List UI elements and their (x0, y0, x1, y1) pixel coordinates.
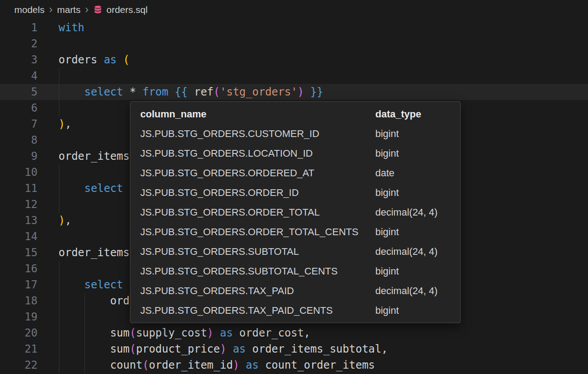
code-text: order_items (38, 245, 130, 261)
code-line-21[interactable]: 21 sum(product_price) as order_items_sub… (0, 341, 588, 357)
line-number: 20 (0, 325, 38, 341)
code-text (38, 68, 59, 84)
data-type-cell: bigint (375, 148, 450, 159)
data-type-cell: bigint (375, 187, 450, 199)
code-token (59, 278, 84, 291)
code-text: select (38, 277, 123, 293)
code-token: select (84, 278, 123, 291)
data-type-cell: bigint (375, 305, 450, 316)
table-row: JS.PUB.STG_ORDERS.TAX_PAID_CENTSbigint (130, 301, 460, 320)
code-line-22[interactable]: 22 count(order_item_id) as count_order_i… (0, 357, 588, 373)
code-text (38, 196, 59, 212)
code-line-2[interactable]: 2 (0, 36, 588, 52)
code-token: }} (311, 86, 323, 98)
code-line-3[interactable]: 3orders as ( (0, 52, 588, 68)
code-line-1[interactable]: 1with (0, 20, 588, 36)
data-type-cell: bigint (375, 128, 450, 140)
table-row: JS.PUB.STG_ORDERS.SUBTOTAL_CENTSbigint (130, 262, 460, 281)
column-info-popup: column_name data_type JS.PUB.STG_ORDERS.… (130, 101, 461, 323)
line-number: 8 (0, 132, 38, 148)
code-text (38, 100, 59, 116)
code-token: ) (207, 327, 213, 339)
data-type-cell: decimal(24, 4) (375, 285, 450, 297)
code-token: ( (143, 359, 149, 371)
code-token: ( (130, 327, 136, 339)
code-token: as (104, 54, 117, 66)
code-token: as (233, 343, 246, 355)
code-token (214, 327, 220, 339)
column-name-cell: JS.PUB.STG_ORDERS.TAX_PAID_CENTS (140, 305, 375, 316)
code-token: ) (220, 343, 226, 355)
code-token: 'stg_orders' (220, 86, 297, 98)
column-name-cell: JS.PUB.STG_ORDERS.SUBTOTAL (140, 246, 375, 258)
breadcrumb-item-marts[interactable]: marts (57, 4, 81, 15)
breadcrumb-separator: › (49, 4, 53, 15)
code-token (59, 182, 84, 195)
popup-rows: JS.PUB.STG_ORDERS.CUSTOMER_IDbigintJS.PU… (130, 124, 460, 320)
breadcrumb: models›marts› orders.sql (0, 0, 588, 20)
code-token: sum (59, 343, 130, 355)
line-number: 16 (0, 261, 38, 277)
table-row: JS.PUB.STG_ORDERS.TAX_PAIDdecimal(24, 4) (130, 281, 460, 301)
line-number: 6 (0, 100, 38, 116)
column-name-cell: JS.PUB.STG_ORDERS.SUBTOTAL_CENTS (140, 266, 375, 277)
database-icon (93, 4, 103, 15)
code-token: ( (214, 86, 220, 98)
column-name-cell: JS.PUB.STG_ORDERS.ORDER_TOTAL_CENTS (140, 226, 375, 238)
popup-header-row: column_name data_type (130, 104, 460, 124)
code-text: ), (38, 116, 71, 132)
column-name-cell: JS.PUB.STG_ORDERS.ORDER_TOTAL (140, 207, 375, 218)
code-token: , (65, 214, 71, 227)
code-token: order_items (59, 150, 130, 162)
indent-guide (59, 164, 59, 212)
code-token: order_items (59, 246, 130, 259)
code-line-20[interactable]: 20 sum(supply_cost) as order_cost, (0, 325, 588, 341)
breadcrumb-item-models[interactable]: models (14, 4, 45, 15)
code-token: order_item_id (149, 359, 233, 371)
line-number: 15 (0, 245, 38, 261)
breadcrumb-item-orders-sql[interactable]: orders.sql (106, 4, 147, 15)
column-name-cell: JS.PUB.STG_ORDERS.LOCATION_ID (140, 148, 375, 159)
code-token: from (143, 86, 168, 98)
code-text (38, 132, 59, 148)
code-line-5[interactable]: 5 select * from {{ ref('stg_orders') }} (0, 84, 588, 100)
table-row: JS.PUB.STG_ORDERS.ORDER_IDbigint (130, 183, 460, 203)
line-number: 3 (0, 52, 38, 68)
code-text: sum(product_price) as order_items_subtot… (38, 341, 388, 357)
code-editor-window: models›marts› orders.sql 1with23orders a… (0, 0, 588, 374)
code-token: ) (59, 214, 65, 227)
code-token (168, 86, 175, 98)
code-text (38, 36, 59, 52)
line-number: 18 (0, 293, 38, 309)
code-token: ( (123, 54, 130, 66)
code-text: select (38, 180, 123, 196)
code-token: orders (59, 54, 104, 66)
code-text: order_items (38, 148, 130, 164)
line-number: 2 (0, 36, 38, 52)
code-token: ) (298, 86, 304, 98)
line-number: 10 (0, 164, 38, 180)
code-token: supply_cost (136, 327, 207, 339)
column-name-cell: JS.PUB.STG_ORDERS.ORDERED_AT (140, 167, 375, 179)
code-token: , (65, 118, 71, 130)
line-number: 5 (0, 84, 38, 100)
code-text: sum(supply_cost) as order_cost, (38, 325, 311, 341)
indent-guide (59, 261, 59, 374)
code-token: ord (59, 295, 130, 307)
column-name-header: column_name (140, 108, 375, 120)
code-text: count(order_item_id) as count_order_item… (38, 357, 375, 373)
line-number: 14 (0, 229, 38, 245)
code-token (304, 86, 310, 98)
code-token (117, 54, 123, 66)
code-token: with (59, 21, 84, 34)
table-row: JS.PUB.STG_ORDERS.ORDERED_ATdate (130, 163, 460, 183)
code-token: * (123, 86, 143, 98)
code-text: orders as ( (38, 52, 130, 68)
code-token: select (84, 182, 123, 195)
data-type-cell: decimal(24, 4) (375, 246, 450, 258)
code-token: ) (233, 359, 239, 371)
code-line-4[interactable]: 4 (0, 68, 588, 84)
code-text (38, 261, 59, 277)
breadcrumb-separator: › (85, 4, 88, 15)
data-type-cell: decimal(24, 4) (375, 207, 450, 218)
